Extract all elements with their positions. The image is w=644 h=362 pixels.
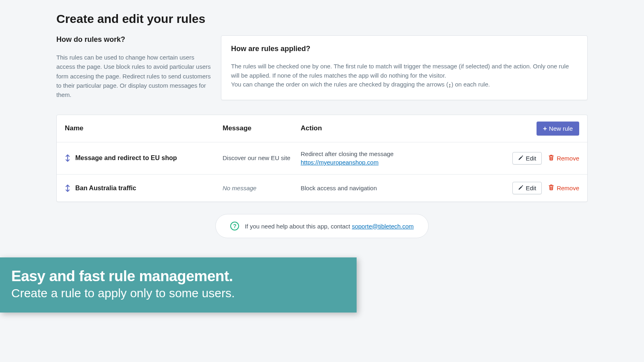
promo-banner: Easy and fast rule management. Create a … bbox=[0, 257, 357, 313]
how-applied-body2: You can change the order on wich the rul… bbox=[231, 80, 578, 90]
remove-label: Remove bbox=[557, 155, 579, 162]
row-action: Redirect after closing the messagehttps:… bbox=[301, 150, 499, 167]
remove-button[interactable]: Remove bbox=[548, 184, 579, 192]
help-text: If you need help about this app, contact… bbox=[245, 223, 414, 230]
info-left: How do rules work? This rules can be use… bbox=[56, 35, 211, 100]
help-pill: ? If you need help about this app, conta… bbox=[215, 214, 429, 238]
rules-table: Name Message Action + New rule Message a… bbox=[56, 115, 588, 202]
table-row: Ban Australia trafficNo messageBlock acc… bbox=[57, 175, 587, 202]
how-rules-work-heading: How do rules work? bbox=[56, 35, 211, 44]
pencil-icon bbox=[518, 185, 523, 191]
edit-label: Edit bbox=[526, 155, 536, 162]
edit-button[interactable]: Edit bbox=[512, 182, 542, 194]
new-rule-button[interactable]: + New rule bbox=[537, 121, 579, 136]
how-applied-body2b: ) on each rule. bbox=[451, 81, 490, 88]
how-rules-work-body: This rules can be used to change how cer… bbox=[56, 53, 211, 99]
table-row: Message and redirect to EU shopDiscover … bbox=[57, 142, 587, 175]
promo-title: Easy and fast rule management. bbox=[11, 268, 345, 284]
drag-handle-icon[interactable] bbox=[65, 154, 70, 162]
help-icon: ? bbox=[230, 222, 239, 230]
edit-label: Edit bbox=[526, 185, 536, 191]
row-action-text: Block access and navigation bbox=[301, 185, 377, 191]
how-applied-card: How are rules applied? The rules will be… bbox=[221, 35, 588, 100]
how-applied-body2a: You can change the order on wich the rul… bbox=[231, 81, 448, 88]
table-header-action: Action bbox=[301, 124, 499, 132]
how-applied-heading: How are rules applied? bbox=[231, 45, 578, 53]
new-rule-label: New rule bbox=[549, 125, 573, 132]
row-message: Discover our new EU site bbox=[223, 154, 301, 162]
row-message: No message bbox=[223, 184, 301, 193]
pencil-icon bbox=[518, 155, 523, 162]
page-title: Create and edit your rules bbox=[56, 12, 588, 26]
promo-subtitle: Create a rule to apply only to some user… bbox=[11, 286, 345, 301]
trash-icon bbox=[548, 184, 554, 192]
row-action-link[interactable]: https://myeuropeanshop.com bbox=[301, 159, 378, 166]
trash-icon bbox=[548, 154, 554, 162]
table-header: Name Message Action + New rule bbox=[57, 115, 587, 142]
row-action-text: Redirect after closing the message bbox=[301, 150, 394, 157]
row-name-text: Message and redirect to EU shop bbox=[75, 154, 177, 162]
table-header-name: Name bbox=[65, 124, 223, 132]
drag-handle-icon[interactable] bbox=[65, 185, 70, 192]
remove-button[interactable]: Remove bbox=[548, 154, 579, 162]
remove-label: Remove bbox=[557, 185, 579, 191]
row-name-text: Ban Australia traffic bbox=[75, 185, 136, 192]
support-email-link[interactable]: soporte@tibletech.com bbox=[352, 223, 414, 230]
help-text-prefix: If you need help about this app, contact bbox=[245, 223, 352, 230]
info-section: How do rules work? This rules can be use… bbox=[56, 35, 588, 100]
table-header-message: Message bbox=[223, 124, 301, 132]
how-applied-body1: The rules will be checked one by one. Th… bbox=[231, 62, 578, 80]
edit-button[interactable]: Edit bbox=[512, 152, 542, 165]
plus-icon: + bbox=[543, 125, 547, 132]
row-action: Block access and navigation bbox=[301, 184, 499, 193]
